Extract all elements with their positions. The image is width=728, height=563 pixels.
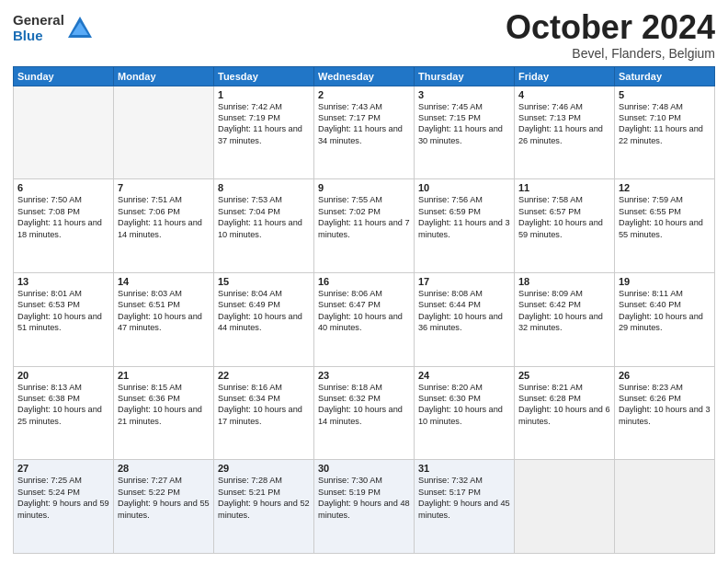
calendar-day-cell: 31Sunrise: 7:32 AMSunset: 5:17 PMDayligh… [415,460,515,554]
location: Bevel, Flanders, Belgium [506,46,715,61]
day-number: 20 [17,370,109,381]
day-info: Sunrise: 7:50 AMSunset: 7:08 PMDaylight:… [17,194,109,240]
day-number: 29 [218,463,310,474]
calendar-day-cell: 22Sunrise: 8:16 AMSunset: 6:34 PMDayligh… [214,366,314,460]
calendar-day-cell [114,86,214,179]
day-info: Sunrise: 8:11 AMSunset: 6:40 PMDaylight:… [619,288,711,334]
day-number: 9 [318,182,410,193]
calendar-day-cell: 14Sunrise: 8:03 AMSunset: 6:51 PMDayligh… [114,272,214,366]
day-info: Sunrise: 7:51 AMSunset: 7:06 PMDaylight:… [118,194,210,240]
day-info: Sunrise: 8:15 AMSunset: 6:36 PMDaylight:… [118,382,210,428]
day-info: Sunrise: 7:32 AMSunset: 5:17 PMDaylight:… [418,475,510,521]
day-number: 22 [218,370,310,381]
day-number: 11 [518,182,610,193]
day-number: 30 [318,463,410,474]
day-info: Sunrise: 8:03 AMSunset: 6:51 PMDaylight:… [118,288,210,334]
day-info: Sunrise: 8:23 AMSunset: 6:26 PMDaylight:… [619,382,711,428]
calendar-day-cell: 23Sunrise: 8:18 AMSunset: 6:32 PMDayligh… [314,366,415,460]
day-number: 7 [118,182,210,193]
calendar-day-cell: 2Sunrise: 7:43 AMSunset: 7:17 PMDaylight… [314,86,415,179]
logo: General Blue [13,13,94,43]
calendar-day-cell: 26Sunrise: 8:23 AMSunset: 6:26 PMDayligh… [615,366,715,460]
day-info: Sunrise: 8:16 AMSunset: 6:34 PMDaylight:… [218,382,310,428]
calendar-day-cell: 20Sunrise: 8:13 AMSunset: 6:38 PMDayligh… [14,366,114,460]
calendar-day-cell: 16Sunrise: 8:06 AMSunset: 6:47 PMDayligh… [314,272,415,366]
calendar-day-cell: 9Sunrise: 7:55 AMSunset: 7:02 PMDaylight… [314,179,415,273]
calendar-day-cell: 29Sunrise: 7:28 AMSunset: 5:21 PMDayligh… [214,460,314,554]
calendar-day-cell: 21Sunrise: 8:15 AMSunset: 6:36 PMDayligh… [114,366,214,460]
day-info: Sunrise: 7:58 AMSunset: 6:57 PMDaylight:… [518,194,610,240]
weekday-header: Thursday [415,66,515,86]
calendar-day-cell [615,460,715,554]
day-number: 2 [318,89,410,100]
calendar-day-cell: 18Sunrise: 8:09 AMSunset: 6:42 PMDayligh… [515,272,615,366]
day-info: Sunrise: 7:46 AMSunset: 7:13 PMDaylight:… [518,101,610,147]
day-info: Sunrise: 7:45 AMSunset: 7:15 PMDaylight:… [418,101,510,147]
calendar-day-cell: 12Sunrise: 7:59 AMSunset: 6:55 PMDayligh… [615,179,715,273]
day-number: 19 [619,276,711,287]
calendar-day-cell: 27Sunrise: 7:25 AMSunset: 5:24 PMDayligh… [14,460,114,554]
day-number: 8 [218,182,310,193]
day-number: 31 [418,463,510,474]
weekday-header: Wednesday [314,66,415,86]
day-info: Sunrise: 7:53 AMSunset: 7:04 PMDaylight:… [218,194,310,240]
weekday-header: Sunday [14,66,114,86]
day-number: 10 [418,182,510,193]
logo-general: General [13,13,64,29]
calendar-week-row: 13Sunrise: 8:01 AMSunset: 6:53 PMDayligh… [14,272,715,366]
day-number: 4 [518,89,610,100]
day-number: 18 [518,276,610,287]
calendar-day-cell: 4Sunrise: 7:46 AMSunset: 7:13 PMDaylight… [515,86,615,179]
calendar-day-cell: 30Sunrise: 7:30 AMSunset: 5:19 PMDayligh… [314,460,415,554]
calendar-week-row: 1Sunrise: 7:42 AMSunset: 7:19 PMDaylight… [14,86,715,179]
calendar-day-cell: 11Sunrise: 7:58 AMSunset: 6:57 PMDayligh… [515,179,615,273]
day-number: 6 [17,182,109,193]
weekday-header: Friday [515,66,615,86]
day-info: Sunrise: 7:56 AMSunset: 6:59 PMDaylight:… [418,194,510,240]
day-number: 3 [418,89,510,100]
calendar-week-row: 20Sunrise: 8:13 AMSunset: 6:38 PMDayligh… [14,366,715,460]
calendar-day-cell: 25Sunrise: 8:21 AMSunset: 6:28 PMDayligh… [515,366,615,460]
day-number: 14 [118,276,210,287]
day-number: 24 [418,370,510,381]
day-info: Sunrise: 8:20 AMSunset: 6:30 PMDaylight:… [418,382,510,428]
calendar-week-row: 27Sunrise: 7:25 AMSunset: 5:24 PMDayligh… [14,460,715,554]
calendar-day-cell: 24Sunrise: 8:20 AMSunset: 6:30 PMDayligh… [415,366,515,460]
calendar-day-cell: 3Sunrise: 7:45 AMSunset: 7:15 PMDaylight… [415,86,515,179]
day-number: 1 [218,89,310,100]
calendar-day-cell [515,460,615,554]
day-info: Sunrise: 7:48 AMSunset: 7:10 PMDaylight:… [619,101,711,147]
weekday-header: Tuesday [214,66,314,86]
day-number: 23 [318,370,410,381]
calendar-header-row: SundayMondayTuesdayWednesdayThursdayFrid… [14,66,715,86]
day-number: 16 [318,276,410,287]
day-info: Sunrise: 7:55 AMSunset: 7:02 PMDaylight:… [318,194,410,240]
day-info: Sunrise: 8:08 AMSunset: 6:44 PMDaylight:… [418,288,510,334]
calendar-body: 1Sunrise: 7:42 AMSunset: 7:19 PMDaylight… [14,86,715,553]
day-number: 15 [218,276,310,287]
day-info: Sunrise: 8:06 AMSunset: 6:47 PMDaylight:… [318,288,410,334]
day-number: 28 [118,463,210,474]
calendar-day-cell: 17Sunrise: 8:08 AMSunset: 6:44 PMDayligh… [415,272,515,366]
day-number: 26 [619,370,711,381]
calendar-day-cell: 10Sunrise: 7:56 AMSunset: 6:59 PMDayligh… [415,179,515,273]
calendar-day-cell: 19Sunrise: 8:11 AMSunset: 6:40 PMDayligh… [615,272,715,366]
day-info: Sunrise: 7:59 AMSunset: 6:55 PMDaylight:… [619,194,711,240]
day-info: Sunrise: 8:21 AMSunset: 6:28 PMDaylight:… [518,382,610,428]
day-number: 17 [418,276,510,287]
calendar-day-cell [14,86,114,179]
month-title: October 2024 [506,9,715,46]
day-number: 13 [17,276,109,287]
day-info: Sunrise: 7:43 AMSunset: 7:17 PMDaylight:… [318,101,410,147]
day-info: Sunrise: 8:09 AMSunset: 6:42 PMDaylight:… [518,288,610,334]
day-info: Sunrise: 7:28 AMSunset: 5:21 PMDaylight:… [218,475,310,521]
day-info: Sunrise: 7:27 AMSunset: 5:22 PMDaylight:… [118,475,210,521]
calendar-day-cell: 7Sunrise: 7:51 AMSunset: 7:06 PMDaylight… [114,179,214,273]
day-number: 27 [17,463,109,474]
logo-icon [66,15,94,42]
calendar-day-cell: 5Sunrise: 7:48 AMSunset: 7:10 PMDaylight… [615,86,715,179]
logo-blue: Blue [13,29,64,44]
day-info: Sunrise: 8:01 AMSunset: 6:53 PMDaylight:… [17,288,109,334]
day-number: 5 [619,89,711,100]
calendar-table: SundayMondayTuesdayWednesdayThursdayFrid… [13,66,715,554]
